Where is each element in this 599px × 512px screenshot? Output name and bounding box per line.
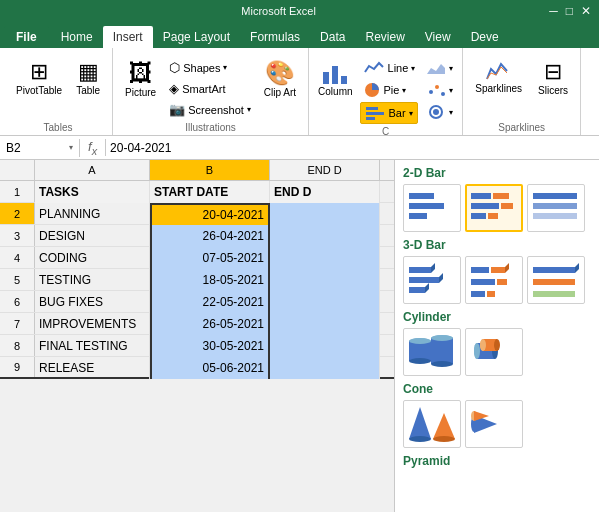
chart-option-3d-2[interactable] xyxy=(465,256,523,304)
smart-art-button[interactable]: ◈ SmartArt xyxy=(166,79,254,98)
close-icon[interactable]: ✕ xyxy=(581,4,591,18)
chart-option-3d-1[interactable] xyxy=(403,256,461,304)
cell-b2[interactable]: 20-04-2021 xyxy=(150,203,270,225)
main-area: A B END D 1 TASKS START DATE END D 2 PLA… xyxy=(0,160,599,512)
row-number[interactable]: 1 xyxy=(0,181,35,202)
chart-option-2d-3[interactable] xyxy=(527,184,585,232)
cell-a6[interactable]: BUG FIXES xyxy=(35,291,150,313)
svg-point-44 xyxy=(409,338,431,344)
clip-art-button[interactable]: 🎨 Clip Art xyxy=(260,56,300,101)
chart-option-3d-3[interactable] xyxy=(527,256,585,304)
row-number[interactable]: 5 xyxy=(0,269,35,290)
line-chart-button[interactable]: Line ▾ xyxy=(360,58,419,78)
column-chart-button[interactable]: Column xyxy=(315,56,355,99)
svg-rect-28 xyxy=(409,287,425,293)
cell-a2[interactable]: PLANNING xyxy=(35,203,150,225)
cell-a4[interactable]: CODING xyxy=(35,247,150,269)
cell-ref-dropdown[interactable]: ▾ xyxy=(69,143,73,152)
ribbon-group-sparklines: Sparklines ⊟ Slicers Sparklines xyxy=(463,48,581,135)
chart-option-cyl-2[interactable] xyxy=(465,328,523,376)
tab-formulas[interactable]: Formulas xyxy=(240,26,310,48)
ribbon-group-charts: Column Line ▾ Pie ▾ B xyxy=(309,48,463,135)
row-number[interactable]: 6 xyxy=(0,291,35,312)
table-button[interactable]: ▦ Table xyxy=(72,56,104,99)
sparklines-button[interactable]: Sparklines xyxy=(471,56,526,97)
svg-rect-16 xyxy=(493,193,509,199)
cell-c9[interactable] xyxy=(270,357,380,379)
cell-a1[interactable]: TASKS xyxy=(35,181,150,203)
tab-view[interactable]: View xyxy=(415,26,461,48)
cell-a7[interactable]: IMPROVEMENTS xyxy=(35,313,150,335)
table-row: 2 PLANNING 20-04-2021 xyxy=(0,203,394,225)
cell-b3[interactable]: 26-04-2021 xyxy=(150,225,270,247)
tab-page-layout[interactable]: Page Layout xyxy=(153,26,240,48)
cell-b9[interactable]: 05-06-2021 xyxy=(150,357,270,379)
shapes-button[interactable]: ⬡ Shapes ▾ xyxy=(166,58,254,77)
svg-point-60 xyxy=(433,436,455,442)
cell-b7[interactable]: 26-05-2021 xyxy=(150,313,270,335)
cell-c8[interactable] xyxy=(270,335,380,357)
svg-marker-27 xyxy=(439,273,443,283)
chart-option-2d-2[interactable] xyxy=(465,184,523,232)
cell-b5[interactable]: 18-05-2021 xyxy=(150,269,270,291)
tab-file[interactable]: File xyxy=(4,26,49,48)
chart-type-panel: 2-D Bar xyxy=(395,160,599,512)
other-chart-button[interactable]: ▾ xyxy=(422,102,456,122)
cell-b1[interactable]: START DATE xyxy=(150,181,270,203)
cell-b8[interactable]: 30-05-2021 xyxy=(150,335,270,357)
cell-c1[interactable]: END D xyxy=(270,181,380,203)
col-header-c[interactable]: END D xyxy=(270,160,380,180)
cell-a8[interactable]: FINAL TESTING xyxy=(35,335,150,357)
cell-reference-box[interactable]: B2 ▾ xyxy=(0,139,80,157)
tab-developer[interactable]: Deve xyxy=(461,26,509,48)
row-number[interactable]: 9 xyxy=(0,357,35,377)
pivot-table-button[interactable]: ⊞ PivotTable xyxy=(12,56,66,100)
row-number[interactable]: 2 xyxy=(0,203,35,224)
col-header-b[interactable]: B xyxy=(150,160,270,180)
chart-option-cone-2[interactable] xyxy=(465,400,523,448)
scatter-chart-button[interactable]: ▾ xyxy=(422,80,456,100)
charts-group-label: C xyxy=(382,126,389,137)
cell-c5[interactable] xyxy=(270,269,380,291)
formula-bar: B2 ▾ fx 20-04-2021 xyxy=(0,136,599,160)
maximize-icon[interactable]: □ xyxy=(566,4,573,18)
screenshot-button[interactable]: 📷 Screenshot ▾ xyxy=(166,100,254,119)
col-header-a[interactable]: A xyxy=(35,160,150,180)
cell-a9[interactable]: RELEASE xyxy=(35,357,150,379)
cell-b6[interactable]: 22-05-2021 xyxy=(150,291,270,313)
area-chart-button[interactable]: ▾ xyxy=(422,58,456,78)
chart-section-title-pyramid: Pyramid xyxy=(403,454,591,468)
tab-home[interactable]: Home xyxy=(51,26,103,48)
cell-a3[interactable]: DESIGN xyxy=(35,225,150,247)
cell-c7[interactable] xyxy=(270,313,380,335)
cell-c4[interactable] xyxy=(270,247,380,269)
formula-fx-icon[interactable]: fx xyxy=(80,139,106,157)
ribbon-tabs: File Home Insert Page Layout Formulas Da… xyxy=(0,22,599,48)
cell-a5[interactable]: TESTING xyxy=(35,269,150,291)
svg-marker-25 xyxy=(431,263,435,273)
cell-c6[interactable] xyxy=(270,291,380,313)
chart-option-2d-1[interactable] xyxy=(403,184,461,232)
tab-insert[interactable]: Insert xyxy=(103,26,153,48)
row-number[interactable]: 4 xyxy=(0,247,35,268)
chart-section-cone: Cone xyxy=(403,382,591,448)
cell-c2[interactable] xyxy=(270,203,380,225)
svg-point-7 xyxy=(429,90,433,94)
row-number[interactable]: 7 xyxy=(0,313,35,334)
tab-review[interactable]: Review xyxy=(355,26,414,48)
cell-c3[interactable] xyxy=(270,225,380,247)
chart-option-cone-1[interactable] xyxy=(403,400,461,448)
bar-chart-button[interactable]: Bar ▾ xyxy=(360,102,419,124)
pie-chart-button[interactable]: Pie ▾ xyxy=(360,80,419,100)
row-number[interactable]: 8 xyxy=(0,335,35,356)
svg-rect-17 xyxy=(471,203,499,209)
picture-button[interactable]: 🖼 Picture xyxy=(121,56,160,101)
cell-b4[interactable]: 07-05-2021 xyxy=(150,247,270,269)
minimize-icon[interactable]: ─ xyxy=(549,4,558,18)
tab-data[interactable]: Data xyxy=(310,26,355,48)
slicer-button[interactable]: ⊟ Slicers xyxy=(534,56,572,99)
table-row: 5 TESTING 18-05-2021 xyxy=(0,269,394,291)
svg-rect-33 xyxy=(471,279,495,285)
chart-option-cyl-1[interactable] xyxy=(403,328,461,376)
row-number[interactable]: 3 xyxy=(0,225,35,246)
